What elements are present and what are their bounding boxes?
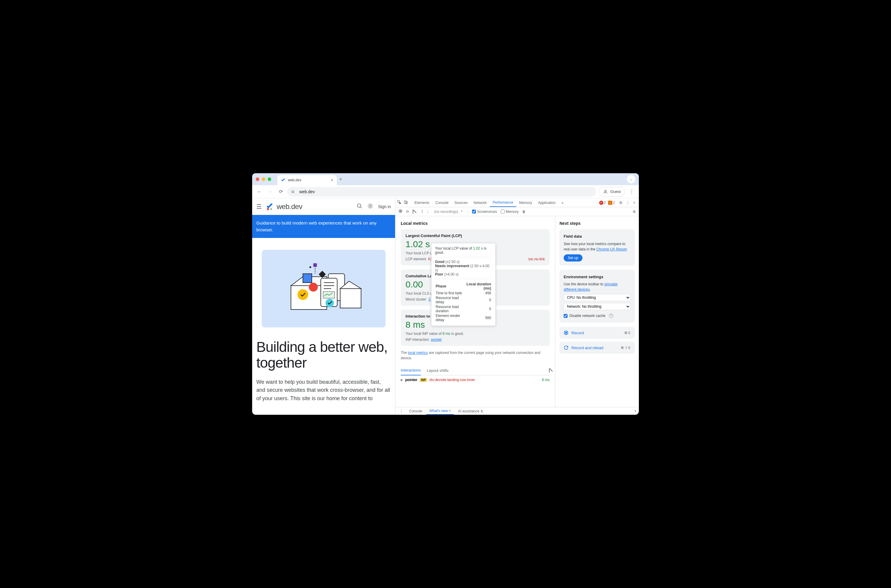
maximize-window-button[interactable] [267,177,271,181]
svg-rect-16 [303,274,312,283]
clear-interactions-icon[interactable] [549,368,550,373]
hero-title: Building a better web, together [256,339,391,371]
tab-performance[interactable]: Performance [490,198,516,207]
profile-chip[interactable]: Guest [599,187,625,196]
hero-illustration [262,250,386,327]
lcp-tooltip: Your local LCP value of 1.02 s is good. … [431,243,496,326]
close-whatsnew-icon[interactable]: × [449,409,451,413]
drawer-whatsnew[interactable]: What's new × [427,407,454,415]
recordings-select[interactable]: (no recordings) [432,209,464,214]
svg-point-22 [298,289,308,300]
theme-toggle-icon[interactable] [367,203,373,210]
tab-network[interactable]: Network [470,198,490,207]
close-window-button[interactable] [256,177,259,181]
new-tab-button[interactable]: + [339,177,342,182]
site-logo[interactable]: web.dev [265,202,302,211]
interaction-selector: div.devsite-landing-row-inner [430,378,475,382]
tab-console[interactable]: Console [433,198,451,207]
tab-sources[interactable]: Sources [451,198,470,207]
inp-interaction-link[interactable]: pointer [431,338,442,342]
drawer-ai[interactable]: AI assistance [455,407,487,415]
gc-icon[interactable]: 🗑 [522,210,526,214]
warning-badge[interactable]: !2 [608,201,615,205]
menu-icon[interactable]: ☰ [256,203,262,210]
record-button[interactable]: Record ⌘ E [559,327,635,339]
more-tabs-icon[interactable]: » [559,198,566,207]
profile-label: Guest [610,189,621,194]
sign-in-button[interactable]: Sign in [378,204,391,209]
tab-favicon [281,178,285,183]
inspect-element-icon[interactable] [397,200,401,205]
svg-point-2 [270,208,272,210]
record-icon[interactable] [398,209,403,214]
close-drawer-icon[interactable]: × [634,409,637,413]
devtools-menu-icon[interactable]: ⋮ [624,201,631,205]
interaction-row[interactable]: ▶ pointer INP div.devsite-landing-row-in… [401,375,550,384]
local-metrics-panel: Local metrics Largest Contentful Paint (… [395,216,555,407]
device-toolbar-icon[interactable] [404,200,408,205]
reload-button[interactable]: ⟳ [276,188,285,196]
devtools-panel: Elements Console Sources Network Perform… [395,198,639,415]
back-button[interactable]: ← [255,188,263,196]
expand-icon[interactable]: ▶ [401,378,403,381]
disable-cache-checkbox[interactable]: Disable network cache ? [563,313,631,318]
titlebar: web.dev × + ⌄ [252,173,639,185]
cpu-throttle-select[interactable]: CPU: No throttling [563,294,631,301]
svg-rect-39 [481,411,483,412]
clear-icon[interactable] [413,210,413,214]
forward-button[interactable]: → [266,188,274,196]
upload-icon[interactable]: ⤴ [421,210,423,214]
download-icon[interactable]: ⤵ [427,210,428,214]
inp-interaction-row: INP interaction pointer [406,338,545,342]
record-reload-button[interactable]: Record and reload ⌘ ⇧ E [559,342,635,354]
hero-text: We want to help you build beautiful, acc… [256,378,391,403]
reload-record-icon[interactable]: ⟳ [406,210,409,214]
close-tab-icon[interactable]: × [331,178,333,183]
drawer-menu-icon[interactable]: ⋮ [398,409,405,413]
browser-toolbar: ← → ⟳ ⧉ web.dev Guest ⋮ [252,185,639,198]
lcp-title: Largest Contentful Paint (LCP) [406,234,545,238]
hero-section: Building a better web, together We want … [252,238,395,403]
tab-application[interactable]: Application [535,198,559,207]
svg-rect-32 [398,201,400,202]
svg-rect-33 [404,201,406,203]
search-icon[interactable] [356,203,362,210]
tab-layout-shifts[interactable]: Layout shifts [427,366,448,375]
site-header: ☰ web.dev Sign in [252,198,395,215]
window-controls [256,177,271,181]
panel-settings-icon[interactable]: ⚙ [633,210,636,214]
help-icon[interactable]: ? [609,314,613,318]
svg-point-5 [370,205,371,207]
error-badge[interactable]: ✕2 [599,201,606,205]
svg-point-19 [310,266,311,268]
settings-icon[interactable]: ⚙ [618,201,624,205]
network-throttle-select[interactable]: Network: No throttling [563,303,631,310]
minimize-window-button[interactable] [262,177,265,181]
performance-toolbar: ⟳ | ⤴ ⤵ (no recordings) | Screenshots Me… [395,207,639,216]
tab-interactions[interactable]: Interactions [401,366,421,375]
svg-rect-30 [340,289,361,308]
omnibox[interactable]: ⧉ web.dev [287,187,596,196]
crux-link[interactable]: Chrome UX Report [596,247,627,251]
memory-checkbox[interactable]: Memory [501,210,518,214]
logo-text: web.dev [276,202,302,211]
site-info-icon[interactable]: ⧉ [291,190,296,194]
svg-point-21 [309,283,318,292]
next-steps-panel: Next steps Field data See how your local… [555,216,639,407]
tab-elements[interactable]: Elements [412,198,433,207]
screenshots-checkbox[interactable]: Screenshots [472,210,497,214]
browser-menu-icon[interactable]: ⋮ [628,189,636,194]
local-metrics-link[interactable]: local metrics [408,351,428,355]
svg-rect-17 [313,263,317,267]
close-devtools-icon[interactable]: × [631,201,637,205]
record-reload-shortcut: ⌘ ⇧ E [621,346,631,350]
browser-tab[interactable]: web.dev × [277,175,337,185]
svg-point-1 [267,208,269,210]
drawer-console[interactable]: Console [406,407,425,415]
record-shortcut: ⌘ E [624,331,631,335]
next-steps-title: Next steps [559,221,635,226]
setup-button[interactable]: Set up [563,254,583,261]
tabstrip-dropdown-icon[interactable]: ⌄ [627,175,635,183]
tab-title: web.dev [288,178,301,182]
tab-memory[interactable]: Memory [516,198,535,207]
